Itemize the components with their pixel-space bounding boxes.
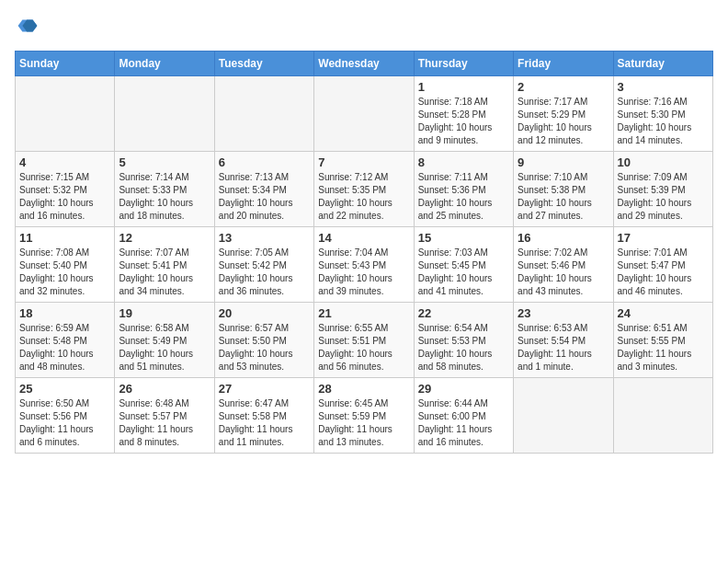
day-info: Sunrise: 7:01 AM Sunset: 5:47 PM Dayligh…: [618, 247, 709, 298]
calendar-cell: 11Sunrise: 7:08 AM Sunset: 5:40 PM Dayli…: [16, 227, 115, 303]
calendar-cell: 2Sunrise: 7:17 AM Sunset: 5:29 PM Daylig…: [514, 76, 613, 152]
calendar-cell: 19Sunrise: 6:58 AM Sunset: 5:49 PM Dayli…: [115, 303, 214, 378]
day-number: 6: [219, 155, 310, 169]
day-number: 28: [318, 382, 409, 396]
calendar-header-monday: Monday: [115, 52, 214, 76]
day-info: Sunrise: 7:15 AM Sunset: 5:32 PM Dayligh…: [19, 171, 110, 223]
calendar-week-row: 11Sunrise: 7:08 AM Sunset: 5:40 PM Dayli…: [16, 227, 713, 303]
day-info: Sunrise: 6:59 AM Sunset: 5:48 PM Dayligh…: [19, 322, 110, 373]
day-info: Sunrise: 6:47 AM Sunset: 5:58 PM Dayligh…: [219, 397, 310, 449]
day-number: 21: [318, 306, 409, 320]
calendar-header-saturday: Saturday: [613, 52, 712, 76]
day-number: 23: [518, 306, 609, 320]
day-number: 8: [418, 155, 509, 169]
calendar-week-row: 18Sunrise: 6:59 AM Sunset: 5:48 PM Dayli…: [16, 303, 713, 378]
day-number: 3: [618, 80, 709, 94]
calendar-cell: 10Sunrise: 7:09 AM Sunset: 5:39 PM Dayli…: [613, 152, 712, 227]
day-number: 17: [618, 231, 709, 245]
calendar-cell: [115, 76, 214, 152]
day-info: Sunrise: 6:44 AM Sunset: 6:00 PM Dayligh…: [418, 397, 509, 449]
day-info: Sunrise: 7:05 AM Sunset: 5:42 PM Dayligh…: [219, 247, 310, 298]
day-number: 10: [618, 155, 709, 169]
day-info: Sunrise: 6:58 AM Sunset: 5:49 PM Dayligh…: [119, 322, 210, 373]
calendar-cell: 23Sunrise: 6:53 AM Sunset: 5:54 PM Dayli…: [514, 303, 613, 378]
calendar-cell: 27Sunrise: 6:47 AM Sunset: 5:58 PM Dayli…: [214, 378, 313, 454]
day-info: Sunrise: 6:45 AM Sunset: 5:59 PM Dayligh…: [318, 397, 409, 449]
calendar-cell: 24Sunrise: 6:51 AM Sunset: 5:55 PM Dayli…: [613, 303, 712, 378]
calendar-header-tuesday: Tuesday: [214, 52, 313, 76]
day-info: Sunrise: 6:48 AM Sunset: 5:57 PM Dayligh…: [119, 397, 210, 449]
calendar-cell: [514, 378, 613, 454]
day-number: 29: [418, 382, 509, 396]
calendar-week-row: 25Sunrise: 6:50 AM Sunset: 5:56 PM Dayli…: [16, 378, 713, 454]
header: [15, 15, 713, 41]
calendar: SundayMondayTuesdayWednesdayThursdayFrid…: [15, 51, 713, 454]
calendar-cell: 25Sunrise: 6:50 AM Sunset: 5:56 PM Dayli…: [16, 378, 115, 454]
day-info: Sunrise: 7:02 AM Sunset: 5:46 PM Dayligh…: [518, 247, 609, 298]
day-info: Sunrise: 7:09 AM Sunset: 5:39 PM Dayligh…: [618, 171, 709, 223]
day-info: Sunrise: 7:10 AM Sunset: 5:38 PM Dayligh…: [518, 171, 609, 223]
day-info: Sunrise: 7:11 AM Sunset: 5:36 PM Dayligh…: [418, 171, 509, 223]
day-number: 2: [518, 80, 609, 94]
calendar-week-row: 4Sunrise: 7:15 AM Sunset: 5:32 PM Daylig…: [16, 152, 713, 227]
day-number: 24: [618, 306, 709, 320]
calendar-cell: 16Sunrise: 7:02 AM Sunset: 5:46 PM Dayli…: [514, 227, 613, 303]
day-number: 15: [418, 231, 509, 245]
calendar-cell: 22Sunrise: 6:54 AM Sunset: 5:53 PM Dayli…: [414, 303, 513, 378]
calendar-cell: 1Sunrise: 7:18 AM Sunset: 5:28 PM Daylig…: [414, 76, 513, 152]
day-info: Sunrise: 7:18 AM Sunset: 5:28 PM Dayligh…: [418, 96, 509, 147]
logo: [15, 15, 39, 41]
day-number: 26: [119, 382, 210, 396]
day-info: Sunrise: 6:57 AM Sunset: 5:50 PM Dayligh…: [219, 322, 310, 373]
calendar-cell: 17Sunrise: 7:01 AM Sunset: 5:47 PM Dayli…: [613, 227, 712, 303]
day-number: 25: [19, 382, 110, 396]
day-info: Sunrise: 6:53 AM Sunset: 5:54 PM Dayligh…: [518, 322, 609, 373]
day-number: 19: [119, 306, 210, 320]
calendar-cell: 14Sunrise: 7:04 AM Sunset: 5:43 PM Dayli…: [314, 227, 414, 303]
calendar-header-friday: Friday: [514, 52, 613, 76]
day-number: 16: [518, 231, 609, 245]
day-number: 7: [318, 155, 409, 169]
calendar-header-sunday: Sunday: [16, 52, 115, 76]
calendar-cell: 29Sunrise: 6:44 AM Sunset: 6:00 PM Dayli…: [414, 378, 513, 454]
calendar-cell: 26Sunrise: 6:48 AM Sunset: 5:57 PM Dayli…: [115, 378, 214, 454]
logo-icon: [17, 15, 39, 37]
calendar-cell: 5Sunrise: 7:14 AM Sunset: 5:33 PM Daylig…: [115, 152, 214, 227]
day-info: Sunrise: 7:17 AM Sunset: 5:29 PM Dayligh…: [518, 96, 609, 147]
day-info: Sunrise: 6:50 AM Sunset: 5:56 PM Dayligh…: [19, 397, 110, 449]
calendar-cell: 13Sunrise: 7:05 AM Sunset: 5:42 PM Dayli…: [214, 227, 313, 303]
day-info: Sunrise: 7:13 AM Sunset: 5:34 PM Dayligh…: [219, 171, 310, 223]
calendar-cell: 28Sunrise: 6:45 AM Sunset: 5:59 PM Dayli…: [314, 378, 414, 454]
day-number: 27: [219, 382, 310, 396]
calendar-cell: [613, 378, 712, 454]
calendar-cell: 3Sunrise: 7:16 AM Sunset: 5:30 PM Daylig…: [613, 76, 712, 152]
day-info: Sunrise: 7:12 AM Sunset: 5:35 PM Dayligh…: [318, 171, 409, 223]
day-info: Sunrise: 7:08 AM Sunset: 5:40 PM Dayligh…: [19, 247, 110, 298]
day-info: Sunrise: 6:51 AM Sunset: 5:55 PM Dayligh…: [618, 322, 709, 373]
calendar-cell: [214, 76, 313, 152]
calendar-header-wednesday: Wednesday: [314, 52, 414, 76]
calendar-cell: 15Sunrise: 7:03 AM Sunset: 5:45 PM Dayli…: [414, 227, 513, 303]
day-number: 11: [19, 231, 110, 245]
calendar-header-row: SundayMondayTuesdayWednesdayThursdayFrid…: [16, 52, 713, 76]
day-info: Sunrise: 6:54 AM Sunset: 5:53 PM Dayligh…: [418, 322, 509, 373]
day-info: Sunrise: 7:16 AM Sunset: 5:30 PM Dayligh…: [618, 96, 709, 147]
calendar-cell: 12Sunrise: 7:07 AM Sunset: 5:41 PM Dayli…: [115, 227, 214, 303]
day-number: 13: [219, 231, 310, 245]
calendar-week-row: 1Sunrise: 7:18 AM Sunset: 5:28 PM Daylig…: [16, 76, 713, 152]
day-number: 1: [418, 80, 509, 94]
day-info: Sunrise: 7:14 AM Sunset: 5:33 PM Dayligh…: [119, 171, 210, 223]
calendar-cell: 4Sunrise: 7:15 AM Sunset: 5:32 PM Daylig…: [16, 152, 115, 227]
day-number: 18: [19, 306, 110, 320]
calendar-cell: 7Sunrise: 7:12 AM Sunset: 5:35 PM Daylig…: [314, 152, 414, 227]
day-number: 4: [19, 155, 110, 169]
calendar-cell: 20Sunrise: 6:57 AM Sunset: 5:50 PM Dayli…: [214, 303, 313, 378]
day-info: Sunrise: 6:55 AM Sunset: 5:51 PM Dayligh…: [318, 322, 409, 373]
calendar-cell: 9Sunrise: 7:10 AM Sunset: 5:38 PM Daylig…: [514, 152, 613, 227]
day-info: Sunrise: 7:03 AM Sunset: 5:45 PM Dayligh…: [418, 247, 509, 298]
day-number: 22: [418, 306, 509, 320]
calendar-cell: [314, 76, 414, 152]
day-number: 9: [518, 155, 609, 169]
calendar-cell: 8Sunrise: 7:11 AM Sunset: 5:36 PM Daylig…: [414, 152, 513, 227]
calendar-cell: 18Sunrise: 6:59 AM Sunset: 5:48 PM Dayli…: [16, 303, 115, 378]
